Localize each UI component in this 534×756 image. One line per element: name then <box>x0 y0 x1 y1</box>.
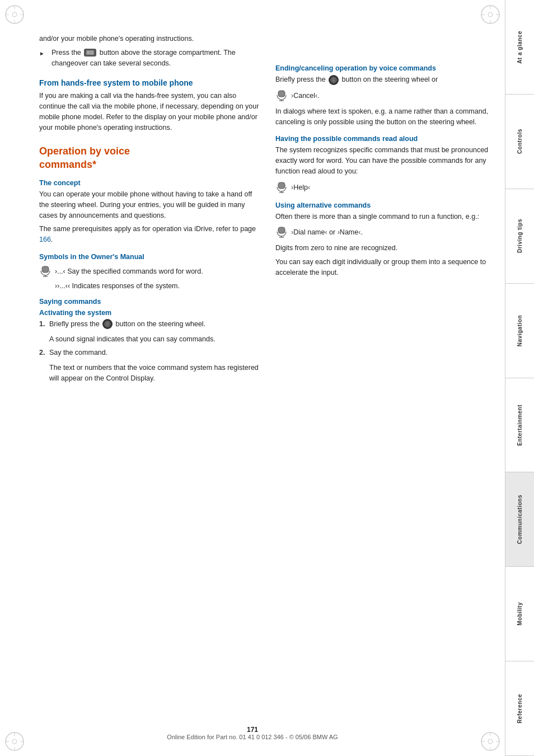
svg-rect-28 <box>42 266 49 273</box>
possible-para: The system recognizes specific commands … <box>275 145 494 176</box>
hands-free-para: If you are making a call via the hands-f… <box>39 91 262 133</box>
svg-point-7 <box>488 12 493 17</box>
cancel-cmd-text: ›Cancel‹. <box>291 92 320 100</box>
main-content: and/or your mobile phone's operating ins… <box>0 0 505 410</box>
step-2-label: Say the command. <box>49 348 107 358</box>
sub-alternative-title: Using alternative commands <box>275 201 494 209</box>
sidebar-section-entertainment[interactable]: Entertainment <box>505 378 534 473</box>
svg-rect-36 <box>278 91 285 97</box>
sidebar-label-entertainment: Entertainment <box>517 405 523 446</box>
step-1-text: Briefly press the button on the steering… <box>49 319 205 330</box>
dial-name-cmd-block: ›Dial name‹ or ›Name‹. <box>275 226 494 238</box>
sidebar-section-reference[interactable]: Reference <box>505 661 534 756</box>
steering-wheel-btn-icon-2 <box>329 75 339 85</box>
symbol-2-text: ››...‹‹ Indicates responses of the syste… <box>39 282 262 290</box>
sidebar-section-at-a-glance[interactable]: At a glance <box>505 0 534 95</box>
sidebar-section-mobility[interactable]: Mobility <box>505 567 534 661</box>
sub-symbols-title: Symbols in the Owner's Manual <box>39 253 262 261</box>
alternative-para-3: You can say each digit individually or g… <box>275 257 494 278</box>
sidebar-label-at-a-glance: At a glance <box>517 31 523 64</box>
cancel-cmd-block: ›Cancel‹. <box>275 90 494 102</box>
voice-microphone-icon-4 <box>275 226 288 238</box>
step-2-number: 2. <box>39 348 49 358</box>
svg-rect-25 <box>87 51 90 54</box>
alternative-para-2: Digits from zero to nine are recognized. <box>275 243 494 253</box>
sidebar-section-communications[interactable]: Communications <box>505 472 534 567</box>
sub-ending-title: Ending/canceling operation by voice comm… <box>275 64 494 72</box>
ending-para-2: In dialogs where text is spoken, e.g. a … <box>275 106 494 128</box>
voice-microphone-icon-3 <box>275 181 288 194</box>
concept-para-2: The same prerequisites apply as for oper… <box>39 224 262 245</box>
alternative-para-1: Often there is more than a single comman… <box>275 212 494 222</box>
right-column: Ending/canceling operation by voice comm… <box>275 34 494 387</box>
intro-para-1: and/or your mobile phone's operating ins… <box>39 34 262 44</box>
voice-microphone-icon-1: › <box>39 265 51 278</box>
sidebar-label-driving-tips: Driving tips <box>517 219 523 253</box>
steering-wheel-btn-icon-1 <box>102 319 113 329</box>
sub-concept-title: The concept <box>39 179 262 187</box>
svg-point-32 <box>105 321 111 327</box>
corner-decoration-tr <box>480 4 500 25</box>
sub-possible-title: Having the possible commands read aloud <box>275 135 494 143</box>
svg-point-1 <box>12 12 17 17</box>
step-1-detail: A sound signal indicates that you can sa… <box>39 334 262 345</box>
dial-name-cmd-text: ›Dial name‹ or ›Name‹. <box>291 228 363 236</box>
corner-decoration-tl <box>4 4 25 25</box>
sidebar-section-driving-tips[interactable]: Driving tips <box>505 189 534 284</box>
step-2-detail: The text or numbers that the voice comma… <box>39 363 262 384</box>
step-2: 2. Say the command. <box>39 348 262 358</box>
step-1: 1. Briefly press the button on the steer… <box>39 319 262 330</box>
bullet-arrow-icon: ► <box>39 49 49 58</box>
svg-point-34 <box>331 77 337 83</box>
step-1-number: 1. <box>39 319 49 330</box>
section-operation-title: Operation by voicecommands* <box>39 145 262 171</box>
sidebar-label-controls: Controls <box>517 129 523 154</box>
svg-rect-26 <box>90 51 93 53</box>
svg-rect-42 <box>278 227 285 233</box>
page-link-166[interactable]: 166 <box>39 236 51 243</box>
help-cmd-block: ›Help‹ <box>275 181 494 194</box>
symbol-1-text: ›...‹ Say the specified commands word fo… <box>55 267 203 275</box>
sidebar-label-reference: Reference <box>517 694 523 724</box>
concept-para-1: You can operate your mobile phone withou… <box>39 189 262 220</box>
svg-rect-27 <box>90 53 93 55</box>
sub-activating-title: Activating the system <box>39 309 262 317</box>
left-column: and/or your mobile phone's operating ins… <box>39 34 262 387</box>
ending-para-1: Briefly press the button on the steering… <box>275 74 494 85</box>
sub-saying-title: Saying commands <box>39 298 262 306</box>
bullet-press-text: Press the button above the storage compa… <box>51 48 262 69</box>
sidebar-label-navigation: Navigation <box>517 315 523 346</box>
help-cmd-text: ›Help‹ <box>291 184 310 191</box>
sidebar-label-communications: Communications <box>517 495 523 544</box>
sidebar-section-navigation[interactable]: Navigation <box>505 284 534 378</box>
symbol-1-block: › ›...‹ Say the specified commands word … <box>39 265 262 278</box>
svg-rect-39 <box>278 182 285 189</box>
sidebar-section-controls[interactable]: Controls <box>505 95 534 189</box>
section-hands-free-title: From hands-free system to mobile phone <box>39 78 262 87</box>
sidebar: At a glance Controls Driving tips Naviga… <box>505 0 534 756</box>
footer-text: Online Edition for Part no. 01 41 0 012 … <box>167 734 338 740</box>
bullet-press-button: ► Press the button above the storage com… <box>39 48 262 69</box>
voice-microphone-icon-2 <box>275 90 288 102</box>
page-number: 171 <box>247 726 258 734</box>
storage-button-icon <box>84 49 96 57</box>
page-footer: 171 Online Edition for Part no. 01 41 0 … <box>0 726 505 740</box>
sidebar-label-mobility: Mobility <box>517 602 523 626</box>
